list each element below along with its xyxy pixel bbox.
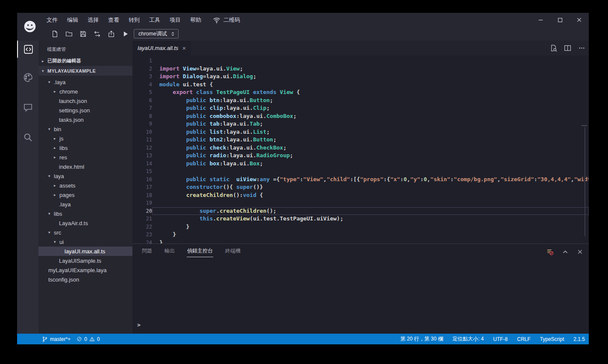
- code-line-19[interactable]: 19: [132, 199, 589, 207]
- new-file-button[interactable]: [50, 29, 59, 38]
- status-encoding[interactable]: UTF-8: [493, 336, 508, 342]
- code-line-6[interactable]: 6 public btn:laya.ui.Button;: [132, 97, 589, 105]
- code-line-20[interactable]: 20 super.createChildren();: [132, 207, 589, 215]
- code-line-23[interactable]: 23 }: [132, 231, 589, 239]
- tree-item-tsconfig.json[interactable]: tsconfig.json: [38, 275, 132, 284]
- activity-chat[interactable]: [17, 99, 38, 116]
- toolbar: chrome调试: [50, 27, 179, 41]
- split-editor-button[interactable]: [564, 44, 572, 52]
- menu-item-转到[interactable]: 转到: [124, 16, 144, 24]
- tree-item-.laya[interactable]: .laya: [38, 200, 132, 209]
- activity-explorer[interactable]: [17, 41, 38, 58]
- editor-tab-label: layaUI.max.all.ts: [138, 45, 178, 51]
- tree-item-laya[interactable]: ▾laya: [38, 171, 132, 181]
- tree-item-pages[interactable]: ▸pages: [38, 190, 132, 200]
- code-line-7[interactable]: 7 public clip:laya.ui.Clip;: [132, 104, 589, 112]
- qr-preview-control[interactable]: 二维码: [213, 16, 240, 24]
- code-line-11[interactable]: 11 public btn2:laya.ui.Button;: [132, 136, 589, 144]
- open-folder-button[interactable]: [65, 29, 73, 38]
- debug-console[interactable]: >: [132, 260, 589, 334]
- debug-console-prompt[interactable]: >: [137, 322, 141, 328]
- run-button[interactable]: [121, 29, 129, 38]
- tree-item-bin[interactable]: ▾bin: [38, 124, 132, 134]
- code-line-15[interactable]: 15: [132, 167, 589, 176]
- editor-tab[interactable]: layaUI.max.all.ts ×: [132, 41, 191, 56]
- code-line-17[interactable]: 17 constructor(){ super()}: [132, 183, 589, 191]
- open-preview-button[interactable]: [549, 44, 558, 52]
- menu-item-帮助[interactable]: 帮助: [185, 16, 206, 24]
- tree-item-LayaAir.d.ts[interactable]: LayaAir.d.ts: [38, 218, 132, 228]
- tree-item-assets[interactable]: ▸assets: [38, 181, 132, 190]
- project-section[interactable]: ▾ MYLAYAUIEXAMPLE: [38, 66, 132, 76]
- tree-item-tasks.json[interactable]: tasks.json: [38, 115, 132, 124]
- tree-item-index.html[interactable]: index.html: [38, 162, 132, 171]
- code-line-4[interactable]: 4module ui.test {: [132, 81, 589, 89]
- code-line-13[interactable]: 13 public radio:laya.ui.RadioGroup;: [132, 152, 589, 160]
- tree-item-.laya[interactable]: ▾.laya: [38, 77, 132, 87]
- menu-item-选择[interactable]: 选择: [83, 16, 103, 24]
- window-maximize-button[interactable]: [550, 13, 570, 27]
- code-line-24[interactable]: 24}: [132, 239, 589, 244]
- tree-item-layaUI.max.all.ts[interactable]: layaUI.max.all.ts: [38, 247, 132, 256]
- code-line-5[interactable]: 5 export class TestPageUI extends View {: [132, 88, 589, 97]
- tree-item-label: .laya: [59, 201, 70, 208]
- tree-item-myLayaUIExample.laya[interactable]: myLayaUIExample.laya: [38, 265, 132, 275]
- tree-item-src[interactable]: ▾src: [38, 228, 132, 237]
- status-version[interactable]: 2.1.5: [573, 336, 585, 342]
- menu-item-项目[interactable]: 项目: [165, 16, 185, 24]
- code-editor[interactable]: 12import View=laya.ui.View;3import Dialo…: [132, 56, 589, 244]
- more-actions-button[interactable]: [578, 44, 586, 52]
- code-line-3[interactable]: 3import Dialog=laya.ui.Dialog;: [132, 73, 589, 81]
- activity-search[interactable]: [17, 129, 38, 146]
- tree-item-LayaUISample.ts[interactable]: LayaUISample.ts: [38, 256, 132, 265]
- status-line-col[interactable]: 第 20 行，第 30 欄: [400, 335, 443, 343]
- tree-item-libs[interactable]: ▸libs: [38, 143, 132, 153]
- code-line-2[interactable]: 2import View=laya.ui.View;: [132, 65, 589, 73]
- panel-tab-問題[interactable]: 問題: [141, 246, 153, 258]
- close-panel-button[interactable]: [576, 248, 584, 256]
- tree-item-settings.json[interactable]: settings.json: [38, 106, 132, 115]
- menu-item-工具[interactable]: 工具: [144, 16, 165, 24]
- code-line-22[interactable]: 22 }: [132, 223, 589, 231]
- problems-status[interactable]: 0 0: [76, 336, 100, 342]
- tree-item-launch.json[interactable]: launch.json: [38, 96, 132, 106]
- tab-close-button[interactable]: ×: [182, 45, 186, 51]
- tree-item-label: LayaUISample.ts: [59, 258, 101, 264]
- maximize-panel-button[interactable]: [561, 248, 569, 256]
- panel-tab-偵錯主控台[interactable]: 偵錯主控台: [187, 246, 213, 258]
- tree-item-libs[interactable]: ▾libs: [38, 209, 132, 218]
- panel-tab-終端機[interactable]: 終端機: [225, 246, 241, 258]
- git-branch-status[interactable]: master*+: [42, 336, 70, 342]
- open-editors-section[interactable]: ▸ 已開啟的編輯器: [38, 56, 132, 66]
- code-line-14[interactable]: 14 public box:laya.ui.Box;: [132, 160, 589, 168]
- code-line-21[interactable]: 21 this.createView(ui.test.TestPageUI.ui…: [132, 215, 589, 223]
- window-close-button[interactable]: [570, 13, 589, 27]
- activity-design[interactable]: [17, 69, 38, 86]
- code-line-16[interactable]: 16 public static uiView:any ={"type":"Vi…: [132, 176, 589, 184]
- code-line-18[interactable]: 18 createChildren():void {: [132, 191, 589, 200]
- export-button[interactable]: [107, 29, 115, 38]
- tree-item-chrome[interactable]: ▸chrome: [38, 87, 132, 96]
- status-eol[interactable]: CRLF: [517, 336, 530, 342]
- debug-target-select[interactable]: chrome调试: [134, 29, 179, 38]
- clear-console-button[interactable]: [546, 248, 554, 256]
- compare-button[interactable]: [93, 29, 101, 38]
- menu-item-文件[interactable]: 文件: [42, 16, 62, 24]
- code-line-12[interactable]: 12 public check:laya.ui.CheckBox;: [132, 144, 589, 152]
- panel-tab-輸出[interactable]: 輸出: [164, 246, 175, 258]
- code-line-1[interactable]: 1: [132, 57, 589, 65]
- run-icon: [122, 30, 129, 38]
- scrollbar[interactable]: [585, 127, 585, 236]
- tree-item-ui[interactable]: ▾ui: [38, 237, 132, 247]
- window-minimize-button[interactable]: [531, 13, 550, 27]
- code-line-8[interactable]: 8 public combobox:laya.ui.ComboBox;: [132, 112, 589, 120]
- status-tab-size[interactable]: 定位點大小: 4: [452, 335, 484, 343]
- tree-item-js[interactable]: ▸js: [38, 134, 132, 143]
- status-language[interactable]: TypeScript: [540, 336, 564, 342]
- menu-item-编辑[interactable]: 编辑: [62, 16, 83, 24]
- menu-item-查看[interactable]: 查看: [103, 16, 124, 24]
- code-line-10[interactable]: 10 public list:laya.ui.List;: [132, 128, 589, 136]
- save-button[interactable]: [79, 29, 87, 38]
- code-line-9[interactable]: 9 public tab:laya.ui.Tab;: [132, 120, 589, 128]
- tree-item-res[interactable]: ▸res: [38, 153, 132, 162]
